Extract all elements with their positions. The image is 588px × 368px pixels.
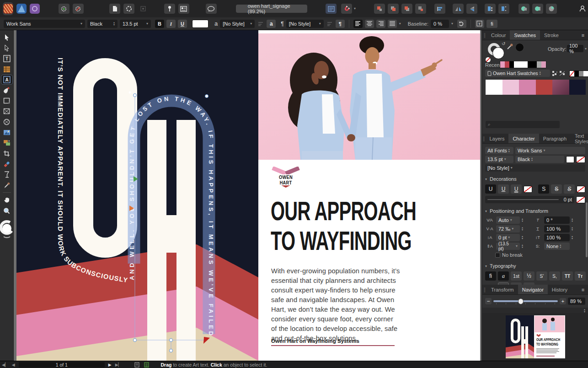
align-center-button[interactable] <box>365 20 374 28</box>
fill-stroke-selector[interactable] <box>0 220 14 240</box>
zoom-out-button[interactable]: − <box>485 298 492 304</box>
photo-couple-pink[interactable] <box>258 33 480 160</box>
pen-tool[interactable] <box>1 86 12 95</box>
zoom-slider[interactable] <box>493 298 558 304</box>
artistic-text-tool[interactable]: A <box>1 75 12 84</box>
paragraph-style-select[interactable]: [No Style] ▾ <box>286 20 324 28</box>
underline-double-button[interactable]: U <box>511 184 522 194</box>
tool-settings-gear-button[interactable] <box>73 4 84 14</box>
style-picker-tool[interactable] <box>1 159 12 168</box>
panel-font-family-select[interactable]: Work Sans ▾ <box>515 147 585 154</box>
decoration-stroke-slider[interactable]: 0 pt <box>485 196 574 203</box>
preview-mode-button[interactable] <box>326 4 337 14</box>
all-caps-button[interactable]: TT <box>562 271 573 281</box>
picture-frame-ellipse-tool[interactable] <box>1 117 12 126</box>
boolean-add-button[interactable] <box>519 4 529 14</box>
rectangle-tool[interactable] <box>1 96 12 105</box>
white-swatch[interactable] <box>583 71 588 76</box>
selection-handle[interactable] <box>205 95 208 98</box>
place-image-tool[interactable] <box>1 128 12 137</box>
designer-app-button[interactable] <box>16 2 27 15</box>
swap-fill-stroke-icon[interactable]: ↺ <box>502 41 505 46</box>
tab-stroke[interactable]: Stroke <box>540 30 563 40</box>
baseline-dropdown-arrow[interactable]: ▾ <box>451 22 453 26</box>
recent-swatch[interactable] <box>500 61 505 68</box>
justify-button[interactable] <box>388 20 397 28</box>
dropper-colour-chip[interactable] <box>515 43 524 52</box>
selection-handle[interactable] <box>170 339 173 342</box>
alignment-dropdown-arrow[interactable]: ▾ <box>399 22 401 26</box>
character-style-select[interactable]: [No Style] ▾ <box>220 20 255 28</box>
decoration-fill-swatch[interactable] <box>576 196 585 203</box>
underline-colour-swatch[interactable] <box>524 186 532 193</box>
tab-transform[interactable]: Transform <box>487 285 518 294</box>
recent-swatch[interactable] <box>509 61 514 68</box>
font-filter-select[interactable]: All Fonts ▴▾ <box>485 147 513 154</box>
recent-swatch[interactable] <box>519 61 523 68</box>
bold-button[interactable]: B <box>155 20 164 28</box>
move-backward-button[interactable] <box>401 4 412 14</box>
typography-section-header[interactable]: ▾ Typography <box>482 261 588 271</box>
opacity-input[interactable]: 100 % <box>567 45 583 52</box>
tab-paragraph[interactable]: Paragraph <box>539 134 571 143</box>
h-scale-input[interactable]: 100 % <box>544 225 570 233</box>
preferences-gear-button[interactable] <box>59 4 69 14</box>
new-document-button[interactable] <box>109 4 120 14</box>
photo-app-button[interactable] <box>30 2 40 15</box>
tab-navigator[interactable]: Navigator <box>518 285 548 294</box>
ligatures-button[interactable]: fi <box>485 271 496 281</box>
tab-colour[interactable]: Colour <box>487 30 510 40</box>
tab-swatches[interactable]: Swatches <box>510 30 540 40</box>
palette-swatch[interactable] <box>536 80 553 95</box>
reset-baseline-button[interactable] <box>457 20 466 28</box>
glyph-scaling-select[interactable]: None ▴▾ <box>544 243 570 250</box>
linked-resource-button[interactable] <box>138 4 149 14</box>
strike-double-button[interactable]: S <box>564 184 575 194</box>
swatch-search-input[interactable]: ⌕ <box>486 121 560 128</box>
decorations-section-header[interactable]: ▾ Decorations <box>482 174 588 184</box>
page-proof-icon[interactable] <box>134 362 139 368</box>
open-document-button[interactable] <box>123 4 134 14</box>
previous-page-button[interactable]: ◀ <box>10 363 17 367</box>
first-page-button[interactable]: ◀▏ <box>0 363 10 367</box>
hand-tool[interactable] <box>1 195 12 205</box>
boolean-divide-button[interactable] <box>546 4 557 14</box>
shear-input[interactable]: 0 ° <box>544 216 570 224</box>
recent-swatch[interactable] <box>541 61 546 68</box>
notes-button[interactable] <box>178 4 189 14</box>
panel-font-weight-select[interactable]: Black ▴▾ <box>515 156 564 163</box>
navigator-thumbnail[interactable]: OUR APPROACH TO WAYFINDING <box>506 315 565 358</box>
canvas-area[interactable]: IT’S NOT IMMEDIATELY APPARENT. IT SHOULD… <box>14 30 481 361</box>
node-tool[interactable] <box>1 43 12 53</box>
snapping-dropdown-arrow[interactable]: ▾ <box>354 7 356 11</box>
leading-select[interactable]: (13.5 pt) ▾ <box>496 243 520 250</box>
subscript-button[interactable]: S, <box>549 271 560 281</box>
black-swatch[interactable] <box>574 71 579 76</box>
recent-swatch[interactable] <box>537 61 541 68</box>
zoom-value-input[interactable]: 89 % <box>568 298 585 305</box>
frame-text-tool[interactable]: T <box>1 54 12 63</box>
superscript-button[interactable]: S’ <box>536 271 547 281</box>
panel-stroke-swatch[interactable] <box>576 156 585 163</box>
navigator-preview-area[interactable]: OUR APPROACH TO WAYFINDING <box>482 313 588 361</box>
panel-grip-icon[interactable]: ║ <box>482 285 487 294</box>
account-button[interactable] <box>577 4 588 14</box>
tab-text-styles[interactable]: Text Styles <box>571 134 588 143</box>
group-button[interactable] <box>485 4 496 14</box>
strike-colour-swatch[interactable] <box>577 186 585 193</box>
v-scale-input[interactable]: 100 % <box>544 234 570 241</box>
ungroup-button[interactable] <box>498 4 509 14</box>
next-page-button[interactable]: ▶ <box>107 363 113 367</box>
pin-button[interactable] <box>164 4 175 14</box>
palette-swatch[interactable] <box>519 80 536 95</box>
flip-horizontal-button[interactable] <box>453 4 464 14</box>
font-weight-select[interactable]: Black ▴▾ <box>87 20 118 28</box>
panel-menu-icon[interactable]: ≡ <box>578 285 588 294</box>
palette-swatch[interactable] <box>569 80 586 95</box>
snapping-button[interactable] <box>341 4 352 14</box>
strike-single-button[interactable]: S <box>551 184 562 194</box>
last-page-button[interactable]: ▶▏ <box>113 363 123 367</box>
palette-swatch[interactable] <box>552 80 569 95</box>
strike-none-button[interactable]: S <box>538 184 549 194</box>
table-tool[interactable] <box>1 65 12 74</box>
